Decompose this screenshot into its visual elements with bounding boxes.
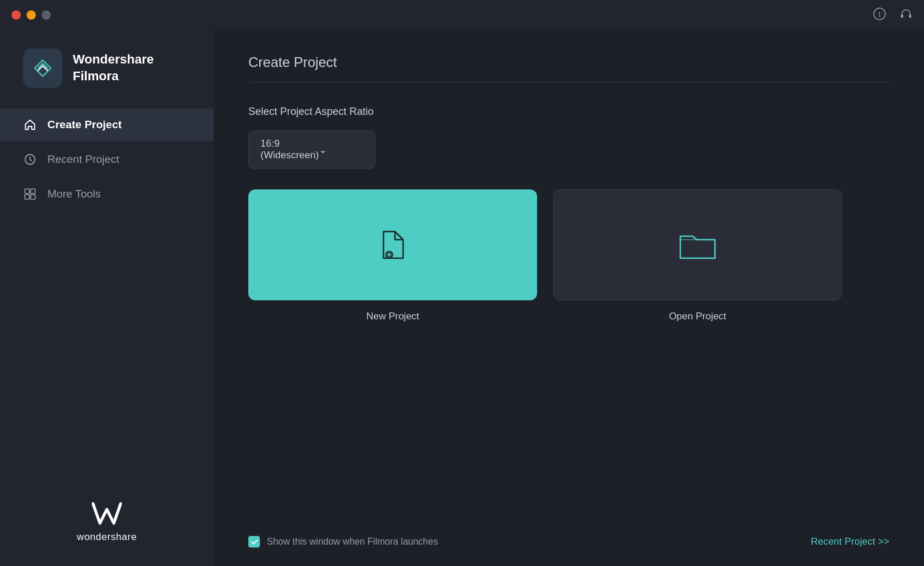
sidebar-item-recent-project[interactable]: Recent Project bbox=[0, 143, 214, 176]
sidebar: Wondershare Filmora Create Project bbox=[0, 30, 214, 566]
info-icon[interactable]: ! bbox=[873, 8, 886, 23]
main-content: Create Project Select Project Aspect Rat… bbox=[214, 30, 924, 566]
checkbox-label: Show this window when Filmora launches bbox=[267, 537, 438, 547]
new-project-card[interactable]: New Project bbox=[248, 189, 537, 322]
titlebar: ! bbox=[0, 0, 924, 30]
more-tools-label: More Tools bbox=[47, 188, 101, 200]
show-window-checkbox[interactable] bbox=[248, 536, 260, 548]
open-project-box bbox=[553, 189, 842, 300]
wondershare-brand-text: wondershare bbox=[77, 531, 137, 543]
wondershare-logo: wondershare bbox=[77, 501, 137, 543]
new-file-icon bbox=[378, 228, 408, 262]
open-project-card[interactable]: Open Project bbox=[553, 189, 842, 322]
project-cards: New Project Open Project bbox=[248, 189, 889, 322]
wondershare-w-icon bbox=[92, 501, 122, 527]
page-title: Create Project bbox=[248, 54, 889, 70]
aspect-ratio-dropdown[interactable]: 16:9 (Widescreen) ⌄ bbox=[248, 131, 375, 169]
sidebar-footer: wondershare bbox=[0, 478, 214, 566]
folder-icon bbox=[678, 228, 717, 262]
sidebar-item-more-tools[interactable]: More Tools bbox=[0, 178, 214, 210]
main-layout: Wondershare Filmora Create Project bbox=[0, 30, 924, 566]
app-logo-icon bbox=[23, 49, 62, 88]
headphone-icon[interactable] bbox=[900, 8, 912, 23]
sidebar-logo: Wondershare Filmora bbox=[0, 30, 214, 109]
grid-icon bbox=[23, 187, 37, 201]
content-body: Select Project Aspect Ratio 16:9 (Widesc… bbox=[214, 83, 924, 536]
open-project-label: Open Project bbox=[669, 311, 726, 322]
svg-rect-6 bbox=[25, 189, 29, 193]
clock-icon bbox=[23, 152, 37, 166]
bottom-bar: Show this window when Filmora launches R… bbox=[214, 536, 924, 566]
window-controls bbox=[12, 10, 51, 20]
aspect-ratio-value: 16:9 (Widescreen) bbox=[260, 138, 319, 161]
sidebar-item-create-project[interactable]: Create Project bbox=[0, 109, 214, 141]
svg-text:!: ! bbox=[878, 10, 881, 18]
recent-project-label: Recent Project bbox=[47, 153, 120, 166]
svg-rect-3 bbox=[909, 14, 911, 18]
maximize-button[interactable] bbox=[42, 10, 51, 20]
svg-rect-9 bbox=[31, 195, 35, 199]
titlebar-right: ! bbox=[873, 8, 912, 23]
checkbox-row: Show this window when Filmora launches bbox=[248, 536, 438, 548]
chevron-down-icon: ⌄ bbox=[319, 144, 363, 156]
svg-rect-8 bbox=[25, 195, 29, 199]
minimize-button[interactable] bbox=[27, 10, 36, 20]
section-label: Select Project Aspect Ratio bbox=[248, 106, 889, 118]
close-button[interactable] bbox=[12, 10, 21, 20]
checkmark-icon bbox=[251, 538, 258, 546]
sidebar-nav: Create Project Recent Project bbox=[0, 109, 214, 210]
home-icon bbox=[23, 118, 37, 132]
svg-rect-2 bbox=[901, 14, 903, 18]
app-name: Wondershare Filmora bbox=[73, 51, 154, 84]
content-header: Create Project bbox=[214, 30, 924, 83]
new-project-box bbox=[248, 189, 537, 300]
new-project-label: New Project bbox=[366, 311, 419, 322]
svg-rect-7 bbox=[31, 189, 35, 193]
recent-project-link[interactable]: Recent Project >> bbox=[811, 536, 889, 548]
create-project-label: Create Project bbox=[47, 118, 122, 131]
